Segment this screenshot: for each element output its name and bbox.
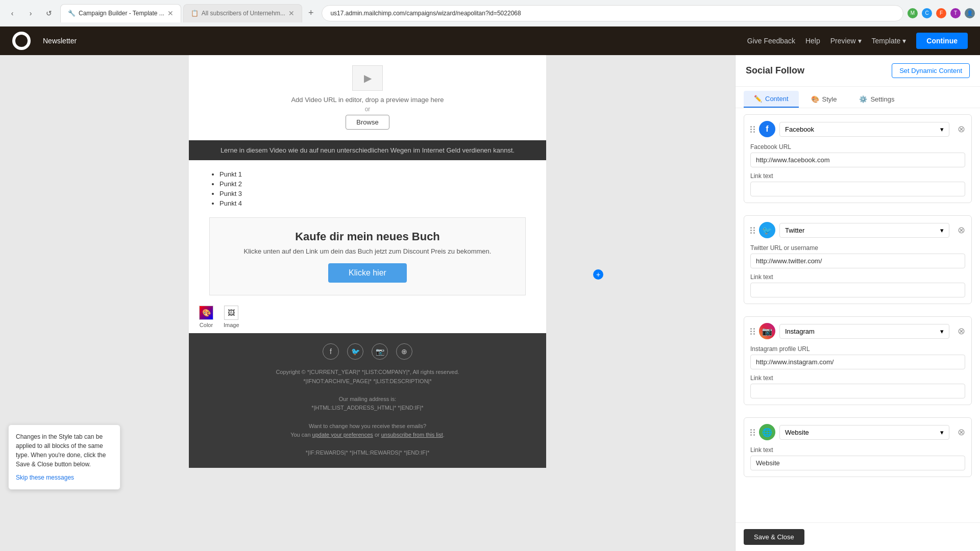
right-panel: Social Follow Set Dynamic Content ✏️ Con… <box>735 55 980 551</box>
footer-prefs: You can update your preferences or unsub… <box>209 431 526 440</box>
help-button[interactable]: Help <box>805 37 820 45</box>
facebook-platform-dropdown[interactable]: Facebook ▾ <box>779 122 949 137</box>
twitter-url-input[interactable] <box>750 254 965 268</box>
give-feedback-button[interactable]: Give Feedback <box>747 37 795 45</box>
style-tab-label: Style <box>822 95 837 103</box>
url-text: us17.admin.mailchimp.com/campaigns/wizar… <box>330 10 521 17</box>
website-platform-dropdown[interactable]: Website ▾ <box>779 425 949 440</box>
extension-icon-3[interactable]: F <box>936 8 946 18</box>
cta-button[interactable]: Klicke hier <box>328 263 407 283</box>
website-dropdown-chevron: ▾ <box>940 429 944 436</box>
footer-copyright: Copyright © *|CURRENT_YEAR|* *|LIST:COMP… <box>209 368 526 377</box>
facebook-url-input[interactable] <box>750 153 965 167</box>
browser-tabs: 🔧 Campaign Builder - Template ... ✕ 📋 Al… <box>60 4 317 22</box>
facebook-entry-header: f Facebook ▾ ⊗ <box>750 121 965 137</box>
extension-icon-2[interactable]: C <box>922 8 932 18</box>
preview-dropdown[interactable]: Preview ▾ <box>830 37 862 45</box>
video-icon-wrap: ▶ <box>352 65 383 91</box>
instagram-icon: 📷 <box>759 323 775 339</box>
footer-text: Copyright © *|CURRENT_YEAR|* *|LIST:COMP… <box>209 368 526 458</box>
back-button[interactable]: ‹ <box>5 6 19 20</box>
update-prefs-link[interactable]: update your preferences <box>312 432 373 438</box>
tab-campaign-builder[interactable]: 🔧 Campaign Builder - Template ... ✕ <box>60 4 181 22</box>
video-block: ▶ Add Video URL in editor, drop a previe… <box>189 55 546 140</box>
tab-label-1: Campaign Builder - Template ... <box>79 10 164 17</box>
content-tab-label: Content <box>765 95 789 103</box>
instagram-platform-dropdown[interactable]: Instagram ▾ <box>779 324 949 339</box>
website-social-entry: 🌐 Website ▾ ⊗ Link text <box>744 417 972 477</box>
browse-button[interactable]: Browse <box>346 115 389 130</box>
reload-button[interactable]: ↺ <box>42 6 56 20</box>
panel-header: Social Follow Set Dynamic Content <box>736 55 980 87</box>
website-icon: 🌐 <box>759 424 775 440</box>
footer-instagram-icon[interactable]: 📷 <box>372 343 388 360</box>
facebook-dropdown-chevron: ▾ <box>940 126 944 133</box>
template-dropdown[interactable]: Template ▾ <box>872 37 906 45</box>
header-right: Give Feedback Help Preview ▾ Template ▾ … <box>747 33 968 49</box>
twitter-platform-dropdown[interactable]: Twitter ▾ <box>779 223 949 238</box>
color-image-row: 🎨 Color 🖼 Image <box>189 300 546 333</box>
unsubscribe-link[interactable]: unsubscribe from this list <box>381 432 443 438</box>
image-icon: 🖼 <box>224 306 238 320</box>
footer-website-icon[interactable]: ⊕ <box>396 343 412 360</box>
tab-style[interactable]: 🎨 Style <box>801 91 847 108</box>
tab-subscribers[interactable]: 📋 All subscribers of Unternehm... ✕ <box>183 4 302 22</box>
new-tab-button[interactable]: + <box>304 6 318 20</box>
tab-close-1[interactable]: ✕ <box>167 9 174 17</box>
instagram-link-text-label: Link text <box>750 374 965 382</box>
style-tab-icon: 🎨 <box>811 95 819 103</box>
facebook-drag-handle[interactable] <box>750 126 755 133</box>
extension-icon-4[interactable]: T <box>950 8 961 18</box>
dark-text-content: Lerne in diesem Video wie du auf neun un… <box>220 146 514 154</box>
tab-close-2[interactable]: ✕ <box>288 9 295 17</box>
instagram-platform-label: Instagram <box>785 328 815 335</box>
browser-bar: ‹ › ↺ 🔧 Campaign Builder - Template ... … <box>0 0 980 27</box>
tab-settings[interactable]: ⚙️ Settings <box>849 91 904 108</box>
instagram-remove-button[interactable]: ⊗ <box>958 325 965 337</box>
list-item: Punkt 3 <box>219 190 526 197</box>
color-tool[interactable]: 🎨 Color <box>199 306 213 328</box>
footer-twitter-icon[interactable]: 🐦 <box>347 343 363 360</box>
website-platform-label: Website <box>785 429 809 436</box>
user-account-icon[interactable]: 👤 <box>965 8 975 18</box>
facebook-link-text-input[interactable] <box>750 182 965 196</box>
add-block-button[interactable]: + <box>593 269 603 280</box>
book-subtitle: Klicke unten auf den Link um dein das Bu… <box>222 247 513 255</box>
twitter-remove-button[interactable]: ⊗ <box>958 224 965 236</box>
forward-button[interactable]: › <box>23 6 38 20</box>
list-item: Punkt 2 <box>219 180 526 188</box>
twitter-icon: 🐦 <box>759 222 775 238</box>
footer-rewards: *|IF:REWARDS|* *|HTML:REWARDS|* *|END:IF… <box>209 448 526 458</box>
tab-favicon-1: 🔧 <box>68 10 76 17</box>
app-header: Newsletter Give Feedback Help Preview ▾ … <box>0 27 980 55</box>
continue-button[interactable]: Continue <box>916 33 968 49</box>
instagram-drag-handle[interactable] <box>750 328 755 335</box>
extension-icon-1[interactable]: M <box>908 8 918 18</box>
video-or-text: or <box>199 106 536 113</box>
facebook-remove-button[interactable]: ⊗ <box>958 123 965 135</box>
instagram-link-text-input[interactable] <box>750 384 965 398</box>
mailchimp-logo[interactable] <box>12 32 31 50</box>
website-drag-handle[interactable] <box>750 429 755 436</box>
facebook-icon: f <box>759 121 775 137</box>
settings-tab-icon: ⚙️ <box>859 95 867 103</box>
book-block: Kaufe dir mein neues Buch Klicke unten a… <box>209 217 526 295</box>
address-bar[interactable]: us17.admin.mailchimp.com/campaigns/wizar… <box>322 5 903 21</box>
instagram-url-input[interactable] <box>750 355 965 369</box>
footer-facebook-icon[interactable]: f <box>323 343 339 360</box>
website-remove-button[interactable]: ⊗ <box>958 427 965 438</box>
twitter-social-entry: 🐦 Twitter ▾ ⊗ Twitter URL or username Li… <box>744 215 972 304</box>
footer-line2: *|IFNOT:ARCHIVE_PAGE|* *|LIST:DESCRIPTIO… <box>209 377 526 386</box>
set-dynamic-content-button[interactable]: Set Dynamic Content <box>892 63 970 78</box>
color-label: Color <box>200 322 213 328</box>
tab-content[interactable]: ✏️ Content <box>744 91 799 108</box>
website-link-text-input[interactable] <box>750 456 965 470</box>
image-tool[interactable]: 🖼 Image <box>224 306 239 328</box>
facebook-platform-label: Facebook <box>785 126 814 133</box>
footer-mailing: Our mailing address is: <box>209 395 526 404</box>
twitter-drag-handle[interactable] <box>750 227 755 234</box>
save-close-button[interactable]: Save & Close <box>744 529 804 545</box>
panel-footer: Save & Close <box>736 522 980 551</box>
twitter-link-text-input[interactable] <box>750 283 965 297</box>
footer-change: Want to change how you receive these ema… <box>209 422 526 431</box>
